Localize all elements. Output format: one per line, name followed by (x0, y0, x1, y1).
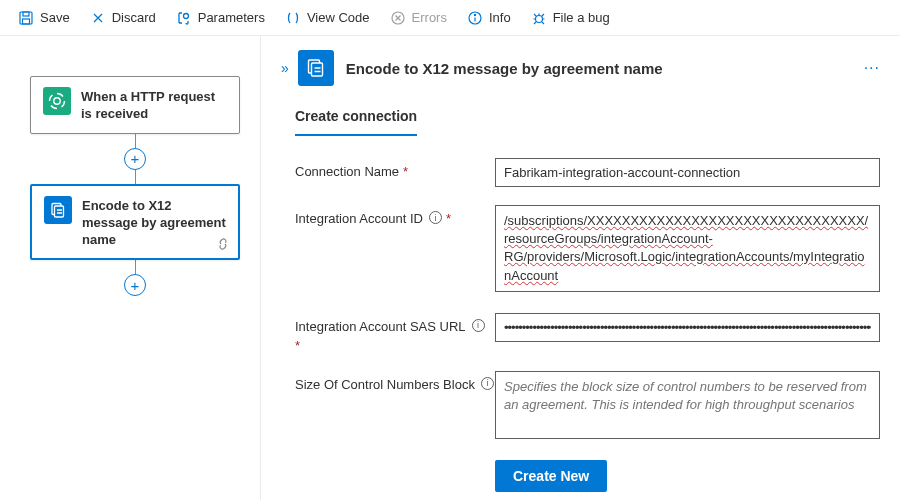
svg-point-6 (474, 14, 475, 15)
integration-account-id-row: Integration Account IDi* (281, 205, 880, 295)
info-tooltip-icon[interactable]: i (472, 319, 485, 332)
file-bug-button[interactable]: File a bug (523, 6, 618, 30)
block-size-row: Size Of Control Numbers Blocki (281, 371, 880, 443)
connection-name-label: Connection Name* (295, 158, 495, 187)
save-icon (18, 10, 34, 26)
info-tooltip-icon[interactable]: i (481, 377, 494, 390)
svg-rect-1 (23, 12, 29, 16)
add-step-button-2[interactable]: + (124, 274, 146, 296)
block-size-label: Size Of Control Numbers Blocki (295, 371, 495, 443)
save-button[interactable]: Save (10, 6, 78, 30)
svg-rect-0 (20, 12, 32, 24)
svg-point-3 (183, 13, 188, 18)
connector-2: + (30, 260, 240, 296)
svg-point-7 (535, 15, 542, 22)
action-card[interactable]: Encode to X12 message by agreement name (30, 184, 240, 261)
main-area: When a HTTP request is received + Encode… (0, 36, 900, 500)
svg-rect-12 (311, 63, 322, 76)
integration-account-id-input[interactable] (495, 205, 880, 292)
svg-rect-10 (55, 206, 64, 217)
panel-menu-button[interactable]: ··· (864, 59, 880, 77)
discard-button[interactable]: Discard (82, 6, 164, 30)
toolbar: Save Discard Parameters View Code Errors… (0, 0, 900, 36)
svg-rect-2 (23, 19, 30, 24)
add-step-button[interactable]: + (124, 148, 146, 170)
panel-title: Encode to X12 message by agreement name (346, 60, 663, 77)
discard-label: Discard (112, 10, 156, 25)
x12-action-icon (44, 196, 72, 224)
sas-url-label: Integration Account SAS URLi* (295, 313, 495, 353)
save-label: Save (40, 10, 70, 25)
svg-point-8 (54, 98, 60, 104)
create-new-button[interactable]: Create New (495, 460, 607, 492)
view-code-label: View Code (307, 10, 370, 25)
info-icon (467, 10, 483, 26)
connection-name-row: Connection Name* (281, 158, 880, 187)
trigger-title: When a HTTP request is received (81, 87, 227, 123)
trigger-card[interactable]: When a HTTP request is received (30, 76, 240, 134)
info-label: Info (489, 10, 511, 25)
http-trigger-icon (43, 87, 71, 115)
collapse-button[interactable]: » (281, 60, 286, 76)
panel-header: » Encode to X12 message by agreement nam… (281, 50, 880, 86)
info-tooltip-icon[interactable]: i (429, 211, 442, 224)
connection-badge-icon (216, 237, 230, 254)
section-title: Create connection (295, 108, 417, 136)
action-title: Encode to X12 message by agreement name (82, 196, 226, 249)
errors-icon (390, 10, 406, 26)
properties-panel: » Encode to X12 message by agreement nam… (260, 36, 900, 500)
sas-url-row: Integration Account SAS URLi* (281, 313, 880, 353)
parameters-button[interactable]: Parameters (168, 6, 273, 30)
errors-button: Errors (382, 6, 455, 30)
parameters-label: Parameters (198, 10, 265, 25)
parameters-icon (176, 10, 192, 26)
panel-action-icon (298, 50, 334, 86)
discard-icon (90, 10, 106, 26)
connector-1: + (30, 134, 240, 184)
file-bug-label: File a bug (553, 10, 610, 25)
errors-label: Errors (412, 10, 447, 25)
bug-icon (531, 10, 547, 26)
designer-canvas: When a HTTP request is received + Encode… (0, 36, 260, 500)
connection-name-input[interactable] (495, 158, 880, 187)
sas-url-input[interactable] (495, 313, 880, 342)
code-icon (285, 10, 301, 26)
block-size-input[interactable] (495, 371, 880, 440)
integration-account-id-label: Integration Account IDi* (295, 205, 495, 295)
view-code-button[interactable]: View Code (277, 6, 378, 30)
info-button[interactable]: Info (459, 6, 519, 30)
